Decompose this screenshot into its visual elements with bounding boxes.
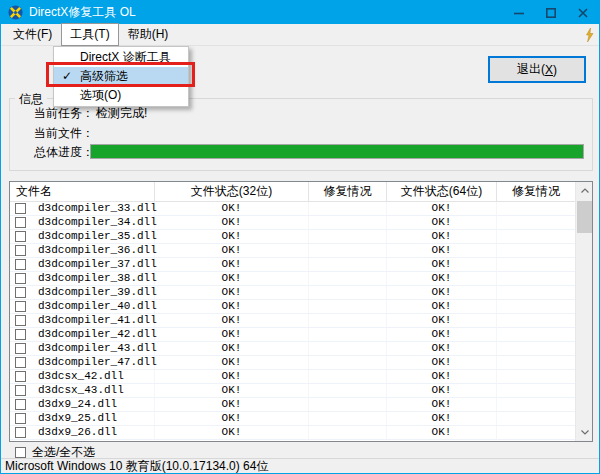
select-all-checkbox[interactable] xyxy=(15,447,26,458)
table-row[interactable]: d3dx9_25.dll OK! OK! xyxy=(10,412,575,426)
fix-64bit xyxy=(497,314,575,327)
menu-item-options[interactable]: 选项(O) xyxy=(54,86,188,105)
status-32bit: OK! xyxy=(155,314,309,327)
fix-32bit xyxy=(309,384,387,397)
file-name: d3dx9_25.dll xyxy=(38,413,117,424)
fix-32bit xyxy=(309,244,387,257)
row-checkbox[interactable] xyxy=(15,273,26,284)
donate-icon[interactable] xyxy=(584,28,595,42)
table-row[interactable]: d3dx9_24.dll OK! OK! xyxy=(10,398,575,412)
file-name: d3dcompiler_36.dll xyxy=(38,245,157,256)
status-64bit: OK! xyxy=(387,370,497,383)
file-name: d3dcompiler_43.dll xyxy=(38,343,157,354)
status-32bit: OK! xyxy=(155,244,309,257)
row-checkbox[interactable] xyxy=(15,287,26,298)
status-64bit: OK! xyxy=(387,202,497,215)
status-32bit: OK! xyxy=(155,230,309,243)
menu-help[interactable]: 帮助(H) xyxy=(119,23,178,46)
file-name: d3dcompiler_33.dll xyxy=(38,203,157,214)
row-checkbox[interactable] xyxy=(15,329,26,340)
file-name: d3dcsx_43.dll xyxy=(38,385,124,396)
row-checkbox[interactable] xyxy=(15,245,26,256)
row-checkbox[interactable] xyxy=(15,357,26,368)
row-checkbox[interactable] xyxy=(15,343,26,354)
file-name: d3dcompiler_34.dll xyxy=(38,217,157,228)
col-header-status32[interactable]: 文件状态(32位) xyxy=(155,182,309,201)
table-row[interactable]: d3dcompiler_38.dll OK! OK! xyxy=(10,272,575,286)
fix-64bit xyxy=(497,202,575,215)
status-64bit: OK! xyxy=(387,244,497,257)
file-name: d3dcompiler_47.dll xyxy=(38,357,157,368)
table-header: 文件名 文件状态(32位) 修复情况 文件状态(64位) 修复情况 xyxy=(10,182,592,202)
fix-32bit xyxy=(309,216,387,229)
menu-item-dxdiag[interactable]: DirectX 诊断工具 xyxy=(54,48,188,67)
col-header-filename[interactable]: 文件名 xyxy=(10,182,155,201)
table-row[interactable]: d3dx9_26.dll OK! OK! xyxy=(10,426,575,440)
table-row[interactable]: d3dcompiler_33.dll OK! OK! xyxy=(10,202,575,216)
table-row[interactable]: d3dcsx_42.dll OK! OK! xyxy=(10,370,575,384)
scrollbar-up-button[interactable] xyxy=(576,182,593,199)
row-checkbox[interactable] xyxy=(15,259,26,270)
overall-progress-label: 总体进度： xyxy=(34,144,96,161)
current-task-row: 当前任务： 检测完成! xyxy=(34,106,147,120)
row-checkbox[interactable] xyxy=(15,385,26,396)
row-checkbox[interactable] xyxy=(15,399,26,410)
menu-item-advanced-filter[interactable]: ✓ 高级筛选 xyxy=(54,67,188,86)
progress-fill xyxy=(91,145,583,158)
table-row[interactable]: d3dcompiler_36.dll OK! OK! xyxy=(10,244,575,258)
col-header-fix64[interactable]: 修复情况 xyxy=(497,182,575,201)
table-row[interactable]: d3dcompiler_39.dll OK! OK! xyxy=(10,286,575,300)
menu-file[interactable]: 文件(F) xyxy=(4,23,61,46)
status-32bit: OK! xyxy=(155,286,309,299)
file-name: d3dcompiler_41.dll xyxy=(38,315,157,326)
table-row[interactable]: d3dcompiler_40.dll OK! OK! xyxy=(10,300,575,314)
titlebar[interactable]: DirectX修复工具 OL xyxy=(1,1,599,24)
window-title: DirectX修复工具 OL xyxy=(29,4,136,21)
file-name: d3dx9_24.dll xyxy=(38,399,117,410)
table-row[interactable]: d3dcompiler_41.dll OK! OK! xyxy=(10,314,575,328)
status-32bit: OK! xyxy=(155,342,309,355)
maximize-button[interactable] xyxy=(535,1,567,24)
col-header-fix32[interactable]: 修复情况 xyxy=(309,182,387,201)
file-name: d3dcompiler_39.dll xyxy=(38,287,157,298)
status-32bit: OK! xyxy=(155,300,309,313)
exit-button[interactable]: 退出(X) xyxy=(488,56,586,83)
status-bar: Microsoft Windows 10 教育版(10.0.17134.0) 6… xyxy=(1,458,599,473)
status-64bit: OK! xyxy=(387,426,497,439)
maximize-icon xyxy=(546,8,556,18)
row-checkbox[interactable] xyxy=(15,371,26,382)
row-checkbox[interactable] xyxy=(15,427,26,438)
tools-dropdown-menu: DirectX 诊断工具 ✓ 高级筛选 选项(O) xyxy=(53,46,189,107)
scrollbar-thumb[interactable] xyxy=(577,201,592,233)
table-row[interactable]: d3dcompiler_37.dll OK! OK! xyxy=(10,258,575,272)
info-panel: 信息 当前任务： 检测完成! 当前文件： 总体进度： xyxy=(9,98,593,171)
scrollbar-down-button[interactable] xyxy=(576,424,593,441)
file-table-body: d3dcompiler_33.dll OK! OK! d3dcompiler_3… xyxy=(10,202,575,440)
table-row[interactable]: d3dcompiler_42.dll OK! OK! xyxy=(10,328,575,342)
table-row[interactable]: d3dcompiler_35.dll OK! OK! xyxy=(10,230,575,244)
row-checkbox[interactable] xyxy=(15,315,26,326)
close-icon xyxy=(578,8,588,18)
check-icon: ✓ xyxy=(54,67,80,86)
table-row[interactable]: d3dcompiler_47.dll OK! OK! xyxy=(10,356,575,370)
row-checkbox[interactable] xyxy=(15,203,26,214)
minimize-icon xyxy=(514,8,524,18)
close-button[interactable] xyxy=(567,1,599,24)
row-checkbox[interactable] xyxy=(15,217,26,228)
fix-64bit xyxy=(497,244,575,257)
row-checkbox[interactable] xyxy=(15,301,26,312)
status-64bit: OK! xyxy=(387,384,497,397)
col-header-status64[interactable]: 文件状态(64位) xyxy=(387,182,497,201)
minimize-button[interactable] xyxy=(503,1,535,24)
table-row[interactable]: d3dcsx_43.dll OK! OK! xyxy=(10,384,575,398)
fix-32bit xyxy=(309,202,387,215)
file-table: 文件名 文件状态(32位) 修复情况 文件状态(64位) 修复情况 d3dcom… xyxy=(9,181,593,442)
menu-tools[interactable]: 工具(T) xyxy=(61,23,118,46)
row-checkbox[interactable] xyxy=(15,231,26,242)
fix-64bit xyxy=(497,384,575,397)
table-row[interactable]: d3dcompiler_34.dll OK! OK! xyxy=(10,216,575,230)
table-scrollbar[interactable] xyxy=(575,182,592,441)
row-checkbox[interactable] xyxy=(15,413,26,424)
table-row[interactable]: d3dcompiler_43.dll OK! OK! xyxy=(10,342,575,356)
file-name: d3dcompiler_42.dll xyxy=(38,329,157,340)
